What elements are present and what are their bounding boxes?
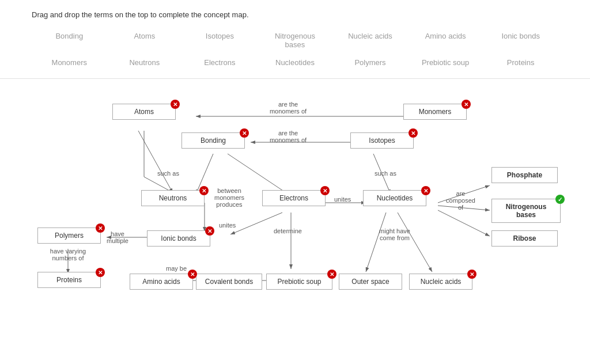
node-nucleotides-badge[interactable]: ✕ <box>421 186 430 195</box>
edge-monomers-of-2: are the monomers of <box>259 130 317 143</box>
node-nitrogenous-bases[interactable]: Nitrogenous bases ✓ <box>491 199 561 223</box>
node-bonding-badge[interactable]: ✕ <box>240 128 249 138</box>
node-electrons-badge[interactable]: ✕ <box>320 186 330 195</box>
node-prebiotic-soup[interactable]: Prebiotic soup ✕ <box>266 274 332 290</box>
node-atoms-label: Atoms <box>134 108 154 116</box>
node-polymers-label: Polymers <box>55 232 84 240</box>
concept-map: Atoms ✕ Monomers ✕ are the monomers of B… <box>0 85 590 338</box>
svg-line-13 <box>438 210 490 236</box>
node-bonding[interactable]: Bonding ✕ <box>181 132 245 149</box>
node-ionic-bonds[interactable]: Ionic bonds ✕ <box>147 230 210 247</box>
node-electrons[interactable]: Electrons ✕ <box>262 190 326 206</box>
term-ionic-bonds[interactable]: Ionic bonds <box>486 29 555 51</box>
node-ionic-bonds-label: Ionic bonds <box>161 234 196 242</box>
svg-line-19 <box>398 213 432 272</box>
node-covalent-bonds-label: Covalent bonds <box>205 278 253 286</box>
svg-line-6 <box>138 131 173 193</box>
edge-unites-1: unites <box>334 196 351 203</box>
node-nucleotides-label: Nucleotides <box>377 194 413 202</box>
edge-have-multiple: have multiple <box>107 230 128 244</box>
term-nitrogenous-bases[interactable]: Nitrogenous bases <box>260 29 330 51</box>
term-isotopes[interactable]: Isotopes <box>185 29 254 51</box>
node-ionic-bonds-badge[interactable]: ✕ <box>205 226 214 236</box>
term-polymers[interactable]: Polymers <box>336 56 405 69</box>
node-electrons-label: Electrons <box>279 194 308 202</box>
edge-unites-2: unites <box>219 222 236 229</box>
node-amino-acids-label: Amino acids <box>142 278 180 286</box>
node-proteins[interactable]: Proteins ✕ <box>37 272 101 288</box>
edge-between-monomers: between monomers produces <box>206 187 252 208</box>
node-neutrons-label: Neutrons <box>159 194 187 202</box>
term-neutrons[interactable]: Neutrons <box>110 56 179 69</box>
node-monomers[interactable]: Monomers ✕ <box>403 104 467 120</box>
node-isotopes-label: Isotopes <box>369 136 395 145</box>
node-nucleotides[interactable]: Nucleotides ✕ <box>363 190 426 206</box>
edge-composed-of: are composed of <box>439 190 482 211</box>
node-ribose[interactable]: Ribose <box>491 230 558 247</box>
term-nucleic-acids[interactable]: Nucleic acids <box>336 29 405 51</box>
node-outer-space[interactable]: Outer space <box>339 274 402 290</box>
svg-line-18 <box>366 213 386 272</box>
node-phosphate[interactable]: Phosphate <box>491 167 558 183</box>
node-prebiotic-soup-badge[interactable]: ✕ <box>327 270 336 279</box>
node-outer-space-label: Outer space <box>351 278 389 286</box>
node-nucleic-acids-label: Nucleic acids <box>421 278 462 286</box>
instructions: Drag and drop the terms on the top to co… <box>0 0 590 25</box>
node-neutrons-badge[interactable]: ✕ <box>199 186 209 195</box>
node-atoms[interactable]: Atoms ✕ <box>112 104 176 120</box>
node-polymers[interactable]: Polymers ✕ <box>37 227 101 244</box>
term-row-1: Bonding Atoms Isotopes Nitrogenous bases… <box>32 29 558 51</box>
term-prebiotic-soup[interactable]: Prebiotic soup <box>411 56 480 69</box>
node-phosphate-label: Phosphate <box>507 171 542 179</box>
node-covalent-bonds[interactable]: Covalent bonds <box>196 274 262 290</box>
edge-determine: determine <box>274 227 302 234</box>
node-proteins-badge[interactable]: ✕ <box>96 268 105 277</box>
term-nucleotides[interactable]: Nucleotides <box>260 56 330 69</box>
node-neutrons[interactable]: Neutrons ✕ <box>141 190 205 206</box>
node-isotopes-badge[interactable]: ✕ <box>409 128 418 138</box>
term-atoms[interactable]: Atoms <box>110 29 179 51</box>
term-amino-acids[interactable]: Amino acids <box>411 29 480 51</box>
node-polymers-badge[interactable]: ✕ <box>96 223 105 233</box>
node-nucleic-acids-badge[interactable]: ✕ <box>467 270 476 279</box>
edge-may-be: may be <box>166 265 187 272</box>
edge-such-as-2: such as <box>375 170 396 177</box>
term-electrons[interactable]: Electrons <box>185 56 254 69</box>
node-isotopes[interactable]: Isotopes ✕ <box>350 132 414 149</box>
node-amino-acids-badge[interactable]: ✕ <box>188 270 197 279</box>
node-atoms-badge[interactable]: ✕ <box>171 100 180 109</box>
node-bonding-label: Bonding <box>201 136 226 145</box>
node-monomers-badge[interactable]: ✕ <box>462 100 471 109</box>
edge-such-as-1: such as <box>157 170 179 177</box>
node-amino-acids[interactable]: Amino acids ✕ <box>130 274 193 290</box>
node-nitrogenous-bases-label: Nitrogenous bases <box>506 203 547 219</box>
edge-have-varying: have varying numbers of <box>39 248 97 261</box>
term-proteins[interactable]: Proteins <box>486 56 555 69</box>
node-ribose-label: Ribose <box>513 234 536 242</box>
node-monomers-label: Monomers <box>419 108 452 116</box>
term-row-2: Monomers Neutrons Electrons Nucleotides … <box>32 56 558 69</box>
term-bank: Bonding Atoms Isotopes Nitrogenous bases… <box>0 25 590 79</box>
term-bonding[interactable]: Bonding <box>35 29 104 51</box>
edge-might-have: might have come from <box>369 227 421 241</box>
node-prebiotic-soup-label: Prebiotic soup <box>277 278 321 286</box>
node-nucleic-acids[interactable]: Nucleic acids ✕ <box>409 274 472 290</box>
map-area: Atoms ✕ Monomers ✕ are the monomers of B… <box>0 85 590 338</box>
node-nitrogenous-bases-badge[interactable]: ✓ <box>555 195 565 204</box>
edge-monomers-of-1: are the monomers of <box>259 101 317 115</box>
term-monomers[interactable]: Monomers <box>35 56 104 69</box>
node-proteins-label: Proteins <box>56 276 82 284</box>
